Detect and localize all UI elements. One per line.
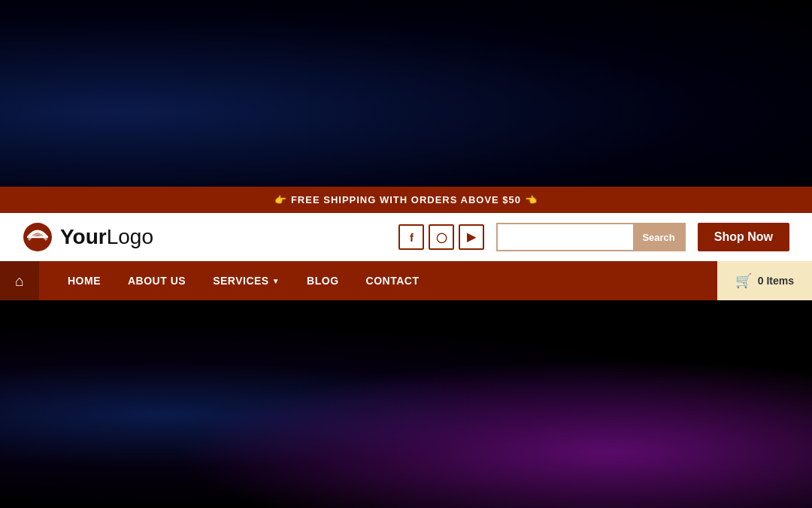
- shop-now-button[interactable]: Shop Now: [698, 223, 789, 251]
- promo-text: 👉 FREE SHIPPING WITH ORDERS ABOVE $50 👈: [274, 194, 537, 205]
- cart-count: 0 Items: [758, 275, 794, 287]
- services-chevron-icon: ▼: [272, 277, 280, 285]
- home-icon: ⌂: [15, 272, 24, 290]
- logo-area: YourLogo: [23, 222, 153, 252]
- search-input[interactable]: [498, 224, 633, 250]
- nav-blog-link[interactable]: BLOG: [293, 261, 352, 300]
- nav-services-link[interactable]: SERVICES ▼: [199, 261, 293, 300]
- instagram-icon: ◯: [436, 232, 447, 243]
- cart-button[interactable]: 🛒 0 Items: [717, 261, 812, 300]
- facebook-icon: f: [410, 231, 414, 244]
- nav-about-link[interactable]: ABOUT US: [114, 261, 199, 300]
- logo-text: YourLogo: [60, 227, 153, 248]
- nav-links: HOME ABOUT US SERVICES ▼ BLOG CONTACT: [39, 261, 717, 300]
- bg-bottom-purple: [0, 322, 812, 508]
- nav-home-link[interactable]: HOME: [54, 261, 114, 300]
- logo-bar: YourLogo f ◯ ▶ Search: [0, 213, 812, 261]
- logo-regular: Logo: [107, 225, 153, 248]
- facebook-button[interactable]: f: [398, 224, 424, 250]
- logo-icon: [23, 222, 53, 252]
- header-wrapper: 👉 FREE SHIPPING WITH ORDERS ABOVE $50 👈 …: [0, 187, 812, 300]
- nav-bar: ⌂ HOME ABOUT US SERVICES ▼ BLOG CONTACT …: [0, 261, 812, 300]
- search-area: Search: [496, 223, 685, 251]
- cart-icon: 🛒: [735, 272, 752, 289]
- youtube-icon: ▶: [467, 230, 476, 244]
- logo-bold: Your: [60, 225, 107, 248]
- bg-top: [0, 0, 812, 187]
- social-icons: f ◯ ▶: [398, 224, 484, 250]
- instagram-button[interactable]: ◯: [429, 224, 454, 250]
- nav-contact-link[interactable]: CONTACT: [353, 261, 433, 300]
- logo-bar-right: f ◯ ▶ Search Shop Now: [398, 223, 789, 251]
- home-nav-button[interactable]: ⌂: [0, 261, 39, 300]
- search-button[interactable]: Search: [633, 224, 683, 250]
- promo-bar: 👉 FREE SHIPPING WITH ORDERS ABOVE $50 👈: [0, 187, 812, 213]
- youtube-button[interactable]: ▶: [459, 224, 484, 250]
